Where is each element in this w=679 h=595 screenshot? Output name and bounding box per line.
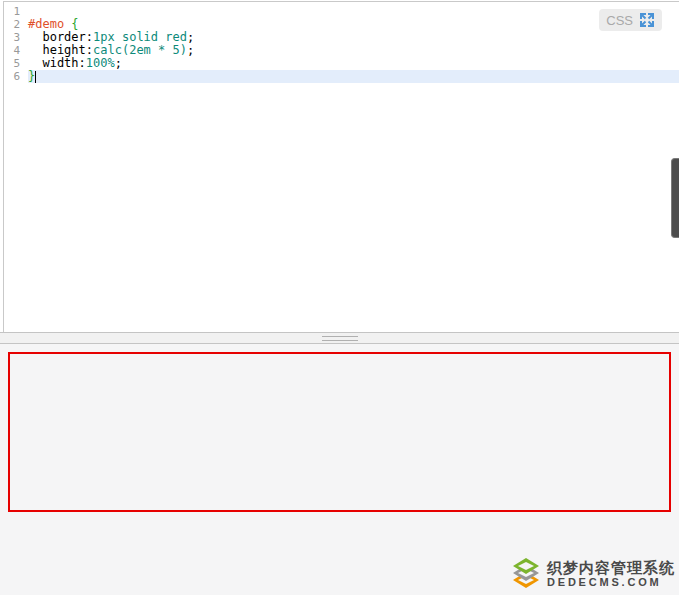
line-number: 6 bbox=[4, 70, 28, 83]
semicolon-token: ; bbox=[187, 30, 194, 44]
css-badge-label: CSS bbox=[606, 13, 633, 28]
watermark-title: 织梦内容管理系统 bbox=[547, 559, 675, 576]
code-line[interactable]: 5 width:100%; bbox=[4, 57, 679, 70]
fullscreen-expand-icon[interactable] bbox=[639, 12, 655, 28]
css-code-editor[interactable]: 1 2 #demo { 3 border:1px solid red; 4 he… bbox=[3, 1, 679, 332]
pane-resize-handle[interactable] bbox=[0, 332, 679, 344]
dedecms-watermark: 织梦内容管理系统 DEDECMS.COM bbox=[511, 558, 675, 589]
semicolon-token: ; bbox=[115, 56, 122, 70]
active-code-line[interactable]: } bbox=[28, 70, 679, 83]
dedecms-logo-icon bbox=[511, 558, 541, 589]
code-text: width:100%; bbox=[28, 57, 679, 70]
css-value-token: 1px solid red bbox=[93, 30, 187, 44]
css-property-token: border: bbox=[28, 30, 93, 44]
code-line[interactable]: 1 bbox=[4, 5, 679, 18]
code-text: height:calc(2em * 5); bbox=[28, 44, 679, 57]
watermark-domain: DEDECMS.COM bbox=[547, 576, 675, 589]
brace-token: } bbox=[28, 69, 35, 83]
line-number: 1 bbox=[4, 5, 28, 18]
brace-token: { bbox=[71, 17, 78, 31]
line-number: 2 bbox=[4, 18, 28, 31]
css-selector-token: #demo bbox=[28, 17, 71, 31]
scrollbar-thumb[interactable] bbox=[671, 158, 679, 238]
line-number: 4 bbox=[4, 44, 28, 57]
semicolon-token: ; bbox=[187, 43, 194, 57]
css-property-token: height: bbox=[28, 43, 93, 57]
line-number: 5 bbox=[4, 57, 28, 70]
text-cursor bbox=[35, 71, 36, 83]
line-number: 3 bbox=[4, 31, 28, 44]
css-value-token: calc(2em * 5) bbox=[93, 43, 187, 57]
css-property-token: width: bbox=[28, 56, 86, 70]
css-mode-badge[interactable]: CSS bbox=[599, 9, 662, 31]
code-line[interactable]: 6 } bbox=[4, 70, 679, 83]
css-value-token: 100% bbox=[86, 56, 115, 70]
watermark-text: 织梦内容管理系统 DEDECMS.COM bbox=[547, 559, 675, 589]
demo-box bbox=[8, 352, 671, 512]
code-text bbox=[28, 5, 679, 18]
drag-grip-icon bbox=[322, 336, 358, 341]
result-preview-pane: 织梦内容管理系统 DEDECMS.COM bbox=[0, 344, 679, 595]
